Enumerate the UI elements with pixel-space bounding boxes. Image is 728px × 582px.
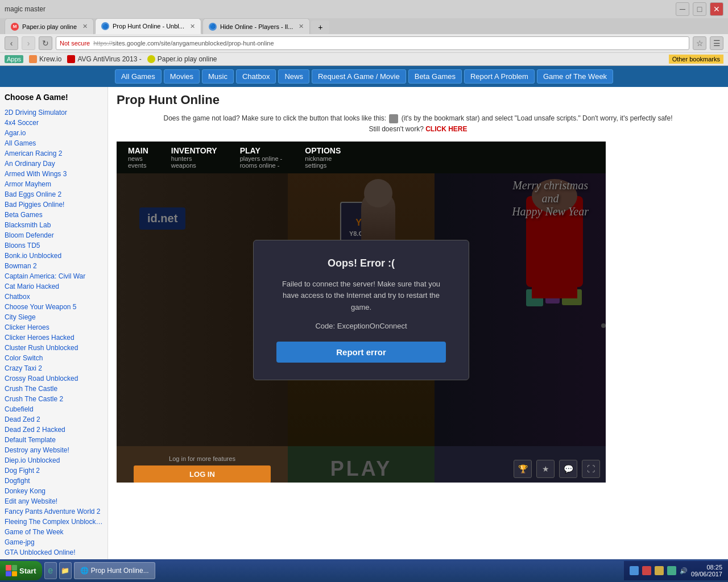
sidebar-link[interactable]: Captain America: Civil War bbox=[5, 271, 103, 281]
menu-button[interactable]: ☰ bbox=[710, 36, 723, 50]
nav-chatbox[interactable]: Chatbox bbox=[236, 69, 276, 84]
nav-gotw[interactable]: Game of The Week bbox=[537, 69, 613, 84]
sidebar-link[interactable]: Clicker Heroes Hacked bbox=[5, 332, 103, 343]
nav-movies[interactable]: Movies bbox=[164, 69, 200, 84]
bookmark-star[interactable]: ☆ bbox=[693, 36, 706, 50]
page-title: Prop Hunt Online bbox=[117, 93, 719, 107]
sidebar-link[interactable]: All Games bbox=[5, 138, 103, 148]
tab-prophunt[interactable]: 🔵 Prop Hunt Online - Unbl... ✕ bbox=[95, 18, 201, 34]
address-bar[interactable]: Not secure https://sites.google.com/site… bbox=[56, 36, 689, 50]
login-button[interactable]: LOG IN bbox=[134, 465, 271, 483]
tab-label-prophunt: Prop Hunt Online - Unbl... bbox=[113, 23, 184, 30]
minimize-button[interactable]: ─ bbox=[676, 2, 689, 16]
sidebar-link[interactable]: Bloom Defender bbox=[5, 230, 103, 240]
nav-beta[interactable]: Beta Games bbox=[408, 69, 462, 84]
forward-button[interactable]: › bbox=[22, 36, 35, 50]
chat-icon[interactable]: 💬 bbox=[559, 460, 577, 478]
nav-music[interactable]: Music bbox=[202, 69, 234, 84]
taskbar-chrome-icon: 🌐 bbox=[80, 567, 89, 575]
sidebar-link[interactable]: Diep.io Unblocked bbox=[5, 455, 103, 465]
window-user-label: magic master bbox=[5, 5, 46, 13]
sidebar-link[interactable]: Edit any Website! bbox=[5, 496, 103, 506]
sidebar-link[interactable]: Chatbox bbox=[5, 292, 103, 302]
sidebar-link[interactable]: Armor Mayhem bbox=[5, 179, 103, 189]
sidebar-link[interactable]: Cubefield bbox=[5, 404, 103, 414]
sidebar-link[interactable]: Crush The Castle 2 bbox=[5, 394, 103, 404]
sidebar-link[interactable]: GTA Unblocked Online! bbox=[5, 547, 103, 558]
sidebar-link[interactable]: Game of The Week bbox=[5, 527, 103, 537]
tab-close-prophunt[interactable]: ✕ bbox=[190, 23, 195, 30]
sidebar-link[interactable]: Color Switch bbox=[5, 353, 103, 363]
tab-close-hideonline[interactable]: ✕ bbox=[299, 23, 304, 30]
sidebar-link[interactable]: Dead Zed 2 bbox=[5, 414, 103, 425]
nav-news[interactable]: News bbox=[278, 69, 309, 84]
taskbar-ie-icon[interactable]: e bbox=[44, 562, 57, 579]
fullscreen-icon[interactable]: ⛶ bbox=[582, 460, 600, 478]
sidebar-link[interactable]: Crush The Castle bbox=[5, 384, 103, 394]
tray-speaker: 🔊 bbox=[680, 567, 688, 575]
sidebar-link[interactable]: 4x4 Soccer bbox=[5, 118, 103, 128]
bookmark-krewio[interactable]: Krew.io bbox=[29, 55, 61, 63]
sidebar-link[interactable]: City Siege bbox=[5, 312, 103, 322]
main-content: Prop Hunt Online Does the game not load?… bbox=[108, 87, 728, 582]
sidebar-link[interactable]: Dead Zed 2 Hacked bbox=[5, 425, 103, 435]
new-tab-button[interactable]: + bbox=[311, 20, 329, 34]
sidebar-link[interactable]: An Ordinary Day bbox=[5, 159, 103, 169]
sidebar-link[interactable]: Beta Games bbox=[5, 210, 103, 220]
report-error-button[interactable]: Report error bbox=[276, 342, 446, 363]
sidebar-link[interactable]: Game-jpg bbox=[5, 537, 103, 547]
taskbar-prophunt[interactable]: 🌐 Prop Hunt Online... bbox=[74, 562, 155, 579]
bookmark-apps[interactable]: Apps bbox=[5, 55, 23, 63]
game-menu-play-sub2: rooms online - bbox=[240, 162, 283, 169]
sidebar-link[interactable]: Bowman 2 bbox=[5, 261, 103, 271]
tab-hideonline[interactable]: 🔵 Hide Online - Players - Il... ✕ bbox=[202, 18, 310, 34]
nav-request[interactable]: Request A Game / Movie bbox=[312, 69, 406, 84]
start-button[interactable]: Start bbox=[0, 561, 42, 580]
trophy-icon[interactable]: 🏆 bbox=[514, 460, 532, 478]
sidebar-link[interactable]: Armed With Wings 3 bbox=[5, 169, 103, 179]
sidebar-link[interactable]: Agar.io bbox=[5, 128, 103, 138]
tab-paperio[interactable]: M Paper.io play online ✕ bbox=[5, 18, 94, 34]
sidebar-link[interactable]: Fancy Pants Adventure World 2 bbox=[5, 506, 103, 517]
game-menu-inventory: INVENTORY hunters weapons bbox=[171, 146, 217, 169]
sidebar-link[interactable]: Clicker Heroes bbox=[5, 322, 103, 332]
tray-network-icon bbox=[630, 566, 639, 575]
sidebar-link[interactable]: Donkey Kong bbox=[5, 486, 103, 496]
title-bar: magic master ─ □ ✕ bbox=[0, 0, 728, 18]
sidebar-link[interactable]: Bad Piggies Online! bbox=[5, 199, 103, 210]
maximize-button[interactable]: □ bbox=[693, 2, 706, 16]
bookmark-avg[interactable]: AVG AntiVirus 2013 - bbox=[67, 55, 141, 63]
sidebar-link[interactable]: Cluster Rush Unblocked bbox=[5, 343, 103, 353]
nav-report[interactable]: Report A Problem bbox=[464, 69, 535, 84]
bookmark-paperio[interactable]: Paper.io play online bbox=[147, 55, 217, 63]
tab-close-paperio[interactable]: ✕ bbox=[82, 23, 88, 30]
sidebar-link[interactable]: Destroy any Website! bbox=[5, 445, 103, 455]
sidebar-link[interactable]: American Racing 2 bbox=[5, 148, 103, 159]
sidebar-link[interactable]: Default Template bbox=[5, 435, 103, 445]
nav-all-games[interactable]: All Games bbox=[115, 69, 162, 84]
sidebar-link[interactable]: Blacksmith Lab bbox=[5, 220, 103, 230]
tab-label-paperio: Paper.io play online bbox=[22, 23, 77, 30]
time-display: 08:25 bbox=[691, 564, 722, 571]
back-button[interactable]: ‹ bbox=[5, 36, 18, 50]
browser-chrome: magic master ─ □ ✕ M Paper.io play onlin… bbox=[0, 0, 728, 66]
sidebar-link[interactable]: Choose Your Weapon 5 bbox=[5, 302, 103, 312]
sidebar-link[interactable]: Dog Fight 2 bbox=[5, 465, 103, 476]
close-button[interactable]: ✕ bbox=[710, 2, 723, 16]
sidebar-link[interactable]: Cat Mario Hacked bbox=[5, 281, 103, 292]
star-icon[interactable]: ★ bbox=[536, 460, 555, 478]
taskbar-folder[interactable]: 📁 bbox=[59, 562, 72, 579]
sidebar-link[interactable]: Bonk.io Unblocked bbox=[5, 251, 103, 261]
page-layout: Choose A Game! 2D Driving Simulator4x4 S… bbox=[0, 87, 728, 582]
click-here-link[interactable]: CLICK HERE bbox=[425, 125, 467, 133]
sidebar-link[interactable]: Bad Eggs Online 2 bbox=[5, 189, 103, 199]
sidebar-link[interactable]: Crazy Taxi 2 bbox=[5, 363, 103, 373]
sidebar-link[interactable]: Dogfight bbox=[5, 476, 103, 486]
other-bookmarks[interactable]: Other bookmarks bbox=[669, 55, 723, 64]
sidebar-link[interactable]: Bloons TD5 bbox=[5, 240, 103, 251]
sidebar-link[interactable]: Fleeing The Complex Unblocked bbox=[5, 517, 103, 527]
sidebar-link[interactable]: 2D Driving Simulator bbox=[5, 107, 103, 118]
paperio-icon bbox=[147, 55, 155, 63]
sidebar-link[interactable]: Crossy Road Unblocked bbox=[5, 373, 103, 384]
refresh-button[interactable]: ↻ bbox=[39, 36, 52, 50]
